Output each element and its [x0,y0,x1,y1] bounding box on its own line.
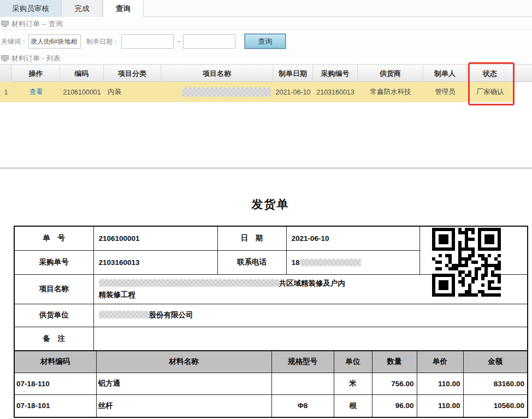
qr-finder-icon [478,228,501,251]
material-row: 07-18-101 丝杆 Φ8 根 96.00 110.00 10560.00 [14,394,528,417]
supplier-cell: 常鑫防水科技 [358,82,423,102]
supplier-value: 股份有限公司 [93,304,528,327]
mat-col-amount: 金额 [463,351,528,373]
monitor-icon [1,21,9,27]
redacted-phone [300,259,361,266]
mat-col-spec: 规格型号 [271,351,334,373]
query-toolbar: 关键词： 制单日期： ~ 查询 [0,31,532,52]
col-code: 编码 [60,65,104,82]
date-label: 日 期 [217,226,286,250]
purchase-no-cell: 2103160013 [313,82,358,102]
app-screen: 采购员审核 完成 查询 材料订单 -- 查询 关键词： 制单日期： ~ 查询 材… [0,0,532,419]
col-creator: 制单人 [423,65,467,82]
purchase-no-value: 2103160013 [93,250,217,274]
category-cell: 内装 [104,82,161,102]
keyword-label: 关键词： [1,37,27,46]
mat-spec [271,373,334,394]
col-purchase-no: 采购编号 [313,65,358,82]
qr-finder-icon [432,228,455,251]
mat-price: 110.00 [417,394,463,417]
materials-table: 材料编码 材料名称 规格型号 单位 数量 单价 金额 07-18-110 铝方通… [14,350,528,418]
tab-bar: 采购员审核 完成 查询 [0,0,532,17]
mat-price: 110.00 [417,373,463,394]
mat-amount: 10560.00 [463,394,528,417]
mat-name: 铝方通 [96,373,271,394]
list-table-header: 操作 编码 项目分类 项目名称 制单日期 采购编号 供货商 制单人 状态 [0,64,532,82]
col-order-date: 制单日期 [273,65,313,82]
phone-prefix: 18 [292,258,300,267]
document-title: 发货单 [14,197,527,212]
mat-unit: 根 [334,394,372,417]
mat-code: 07-18-101 [14,394,96,417]
supplier-label: 供货单位 [14,304,93,327]
material-row: 07-18-110 铝方通 米 756.00 110.00 83160.00 [14,373,528,394]
redacted-project-name [182,87,271,97]
project-label: 项目名称 [14,274,93,304]
tab-label: 完成 [75,4,90,14]
panel-divider [0,168,532,169]
qr-finder-icon [432,274,455,297]
list-section-title: 材料订单 - 列表 [11,54,61,63]
col-filler [513,65,532,82]
code-cell: 2106100001 [60,82,104,102]
col-category: 项目分类 [104,65,161,82]
phone-label: 联系电话 [217,250,286,274]
redacted-supplier-prefix [99,311,149,318]
redacted-project-prefix [99,279,279,287]
mat-qty: 756.00 [372,373,417,394]
phone-value: 18 [286,250,419,274]
status-cell: 厂家确认 [467,82,513,102]
mat-col-qty: 数量 [372,351,417,373]
col-action: 操作 [12,65,60,82]
remark-value [93,327,528,351]
mat-col-name: 材料名称 [96,351,271,373]
qr-code [432,228,501,297]
creator-cell: 管理员 [423,82,467,102]
view-link[interactable]: 查看 [29,87,43,97]
keyword-input[interactable] [28,34,81,49]
row-number: 1 [0,82,12,102]
range-separator: ~ [177,38,181,45]
date-to-input[interactable] [183,34,235,49]
mat-code: 07-18-110 [14,373,96,394]
date-label: 制单日期： [86,37,119,46]
row-number-header [0,65,12,82]
mat-col-code: 材料编码 [14,351,96,373]
mat-name: 丝杆 [96,394,271,417]
purchase-no-label: 采购单号 [14,250,93,274]
query-section-header: 材料订单 -- 查询 [0,18,532,30]
table-row[interactable]: 1 查看 2106100001 内装 2021-06-10 2103160013… [0,82,513,102]
tab-query-active[interactable]: 查询 [103,0,144,17]
project-name-cell [161,82,273,102]
tab-label: 采购员审核 [12,4,49,14]
mat-spec: Φ8 [271,394,334,417]
mat-unit: 米 [334,373,372,394]
tab-purchaser-review[interactable]: 采购员审核 [0,0,62,17]
list-section-header: 材料订单 - 列表 [0,52,532,64]
date-value: 2021-06-10 [286,226,419,250]
col-project-name: 项目名称 [161,65,273,82]
project-visible-text: 共区域精装修及户内 [279,279,346,287]
order-no-label: 单 号 [14,226,93,250]
mat-col-price: 单价 [417,351,463,373]
date-from-input[interactable] [121,34,174,49]
col-status: 状态 [467,65,513,82]
mat-col-unit: 单位 [334,351,372,373]
mat-qty: 96.00 [372,394,417,417]
col-supplier: 供货商 [358,65,423,82]
tab-complete[interactable]: 完成 [62,0,103,17]
query-section-title: 材料订单 -- 查询 [11,19,63,29]
delivery-note: 单 号 2106100001 日 期 2021-06-10 采购单号 21031… [14,226,527,418]
remark-label: 备 注 [14,327,93,351]
order-date-cell: 2021-06-10 [273,82,313,102]
tab-label: 查询 [116,4,131,14]
monitor-icon [1,55,9,61]
action-cell: 查看 [12,82,60,102]
mat-amount: 83160.00 [463,373,528,394]
supplier-visible-text: 股份有限公司 [149,311,193,319]
order-no-value: 2106100001 [93,226,217,250]
search-button[interactable]: 查询 [245,34,286,49]
